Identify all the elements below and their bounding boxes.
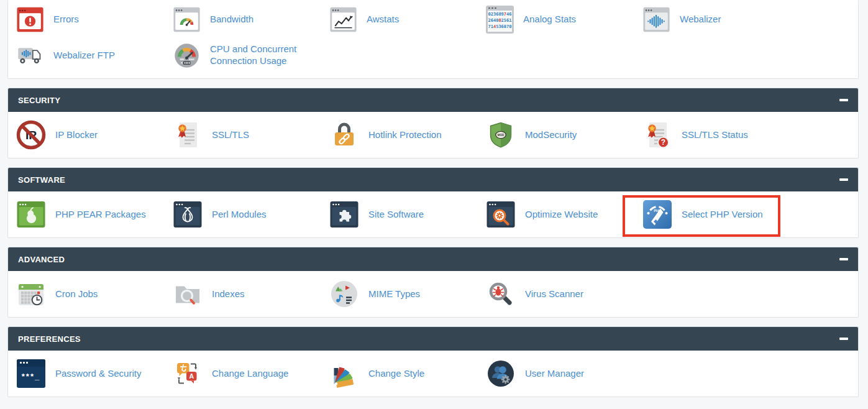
item-label: Optimize Website [525, 209, 598, 221]
collapse-icon[interactable] [839, 99, 848, 101]
select-php-version-icon: PHP [642, 200, 672, 229]
item-label: MIME Types [368, 288, 420, 300]
software-panel-header: SOFTWARE [8, 168, 858, 191]
item-ssl-tls-status[interactable]: ? SSL/TLS Status [642, 120, 799, 150]
item-cron-jobs[interactable]: Cron Jobs [16, 279, 173, 309]
item-label: Bandwidth [210, 14, 254, 25]
item-label: Awstats [367, 14, 399, 25]
item-label: Password & Security [55, 368, 141, 380]
security-panel-header: SECURITY [8, 88, 858, 112]
security-panel-body: IP IP Blocker SSL/TLS [8, 112, 858, 158]
cron-jobs-icon [16, 279, 46, 309]
cpu-usage-icon: MIN MAX [173, 42, 201, 70]
stats-panel-body: Errors Bandwidth [8, 0, 858, 78]
advanced-panel-header: ADVANCED [8, 247, 858, 271]
ip-blocker-icon: IP [16, 120, 46, 150]
security-panel: SECURITY IP IP Blocker [7, 88, 859, 159]
item-label: Cron Jobs [55, 288, 98, 300]
preferences-panel-body: ***_ Password & Security [8, 351, 858, 397]
software-panel-body: PHP PEAR Packages Perl Modules [8, 191, 858, 237]
item-modsecurity[interactable]: MOD ModSecurity [486, 120, 642, 150]
stats-panel: Errors Bandwidth [7, 0, 859, 79]
item-label: Errors [53, 14, 79, 25]
item-label: CPU and Concurrent Connection Usage [210, 44, 322, 67]
item-label: Virus Scanner [525, 288, 583, 300]
modsecurity-icon: MOD [486, 120, 516, 150]
item-change-style[interactable]: Change Style [329, 359, 486, 388]
site-software-icon [329, 200, 359, 229]
analog-stats-icon: 023689746 264802561 714536870 [486, 6, 514, 34]
preferences-panel-header: PREFERENCES [8, 327, 858, 351]
cpu-min-label: MIN [180, 57, 184, 60]
item-select-php-version[interactable]: PHP Select PHP Version [642, 200, 799, 229]
webalizer-icon [642, 6, 670, 34]
item-mime-types[interactable]: MIME Types [329, 279, 486, 309]
bandwidth-icon [173, 6, 201, 34]
item-php-pear-packages[interactable]: PHP PEAR Packages [16, 200, 173, 229]
item-label: Analog Stats [523, 14, 576, 25]
item-label: Change Style [368, 368, 424, 380]
item-webalizer-ftp[interactable]: Webalizer FTP [16, 41, 173, 70]
item-site-software[interactable]: Site Software [329, 200, 486, 229]
item-change-language[interactable]: A Change Language [173, 359, 329, 388]
indexes-icon [173, 279, 203, 309]
section-title: PREFERENCES [18, 334, 81, 344]
item-label: Webalizer FTP [53, 50, 115, 62]
advanced-panel-body: Cron Jobs Indexes [8, 271, 858, 317]
perl-modules-icon [173, 200, 203, 229]
item-label: Change Language [212, 368, 288, 380]
item-label: Perl Modules [212, 209, 267, 221]
item-label: SSL/TLS Status [682, 129, 748, 141]
item-bandwidth[interactable]: Bandwidth [173, 5, 329, 34]
section-title: SOFTWARE [18, 175, 65, 185]
collapse-icon[interactable] [839, 258, 848, 260]
item-label: PHP PEAR Packages [55, 209, 146, 221]
item-analog-stats[interactable]: 023689746 264802561 714536870 Analog Sta… [486, 5, 642, 34]
preferences-panel: PREFERENCES ***_ Password & Security [7, 326, 859, 397]
item-awstats[interactable]: Awstats [329, 5, 486, 34]
section-title: SECURITY [18, 96, 60, 105]
change-style-icon [329, 359, 359, 388]
user-manager-icon [486, 359, 516, 388]
item-ssl-tls[interactable]: SSL/TLS [173, 120, 329, 150]
optimize-website-icon [486, 200, 516, 229]
hotlink-protection-icon [329, 120, 359, 150]
virus-scanner-icon [486, 279, 516, 309]
item-hotlink-protection[interactable]: Hotlink Protection [329, 120, 486, 150]
modsecurity-badge-text: MOD [497, 134, 505, 137]
item-label: Site Software [368, 209, 424, 221]
item-label: Indexes [212, 288, 245, 300]
item-label: User Manager [525, 368, 584, 380]
ssl-tls-status-icon: ? [642, 120, 672, 150]
item-ip-blocker[interactable]: IP IP Blocker [16, 120, 173, 150]
ssl-status-badge-text: ? [661, 138, 665, 147]
item-optimize-website[interactable]: Optimize Website [486, 200, 642, 229]
item-password-security[interactable]: ***_ Password & Security [16, 359, 173, 388]
analog-digits-row: 264802561 [488, 18, 512, 24]
analog-digits-row: 023689746 [488, 12, 512, 18]
php-pear-packages-icon [16, 200, 46, 229]
change-language-icon: A [173, 359, 203, 388]
ssl-tls-icon [173, 120, 203, 150]
item-label: ModSecurity [525, 129, 577, 141]
collapse-icon[interactable] [839, 338, 848, 340]
collapse-icon[interactable] [839, 178, 848, 181]
item-virus-scanner[interactable]: Virus Scanner [486, 279, 642, 309]
item-errors[interactable]: Errors [16, 5, 173, 34]
item-label: Webalizer [680, 14, 721, 25]
password-glyphs: ***_ [17, 367, 45, 388]
section-title: ADVANCED [18, 255, 65, 264]
errors-icon [16, 6, 44, 34]
cpu-max-label: MAX [189, 57, 194, 60]
item-label: SSL/TLS [212, 129, 249, 141]
item-indexes[interactable]: Indexes [173, 279, 329, 309]
advanced-panel: ADVANCED [7, 247, 859, 318]
item-cpu-usage[interactable]: MIN MAX CPU and Concurrent Connection Us… [173, 41, 329, 70]
item-webalizer[interactable]: Webalizer [642, 5, 799, 34]
item-user-manager[interactable]: User Manager [486, 359, 642, 388]
item-label: IP Blocker [55, 129, 98, 141]
software-panel: SOFTWARE PHP PEAR Packages [7, 167, 859, 238]
item-label: Select PHP Version [682, 209, 763, 221]
item-perl-modules[interactable]: Perl Modules [173, 200, 329, 229]
language-secondary-glyph: A [189, 372, 194, 380]
